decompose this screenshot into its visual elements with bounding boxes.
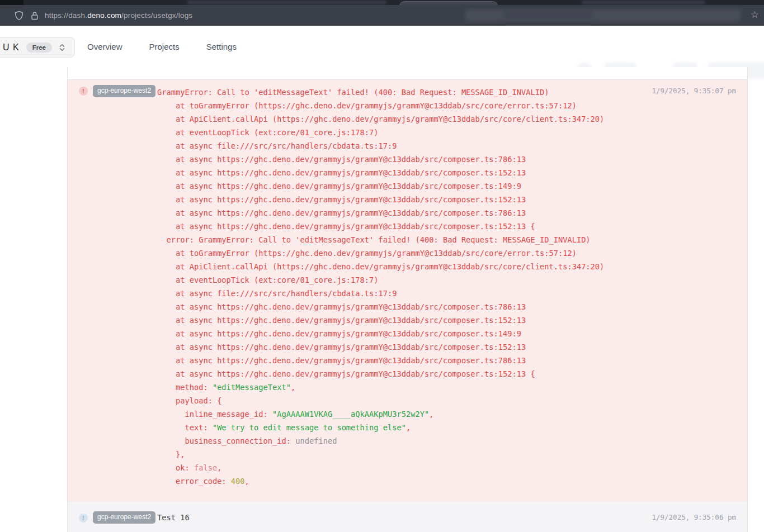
log-timestamp: 1/9/2025, 9:35:07 pm [652, 87, 736, 95]
redacted-tab-title [582, 1, 705, 4]
browser-tab-strip [0, 0, 764, 5]
region-badge: gcp-europe-west2 [93, 85, 155, 97]
nav-item-settings[interactable]: Settings [206, 42, 237, 51]
region-badge: gcp-europe-west2 [93, 511, 155, 524]
bookmark-star-icon[interactable]: ☆ [751, 9, 759, 21]
error-exclamation-icon: ! [79, 87, 88, 96]
org-selector[interactable]: U K Free [0, 37, 75, 58]
browser-active-tab[interactable] [399, 1, 498, 5]
chevron-updown-icon [59, 44, 65, 51]
log-row-partial [68, 67, 747, 80]
plan-badge: Free [26, 42, 52, 53]
redacted-url-query [503, 11, 593, 20]
lock-icon[interactable] [30, 11, 39, 20]
org-name: U K [3, 42, 20, 53]
nav-item-overview[interactable]: Overview [87, 42, 122, 51]
tab-strip-corner [0, 0, 23, 5]
error-stack-trace: GrammyError: Call to 'editMessageText' f… [157, 86, 647, 488]
log-message: Test 16 [157, 511, 190, 524]
info-exclamation-icon: ! [79, 514, 88, 522]
tracking-protection-shield-icon[interactable] [14, 11, 24, 21]
logs-panel[interactable]: ! gcp-europe-west2 GrammyError: Call to … [67, 67, 748, 532]
log-timestamp: 1/9/2025, 9:35:06 pm [652, 513, 736, 521]
log-row-info: ! gcp-europe-west2 Test 16 1/9/2025, 9:3… [68, 501, 747, 532]
browser-chrome: https://dash.deno.com/projects/usetgx/lo… [0, 0, 764, 26]
log-row-error: ! gcp-europe-west2 GrammyError: Call to … [68, 80, 747, 501]
nav-item-projects[interactable]: Projects [149, 42, 180, 51]
browser-url-bar: https://dash.deno.com/projects/usetgx/lo… [0, 5, 764, 26]
main-nav: Overview Projects Settings [87, 26, 237, 67]
url-input[interactable]: https://dash.deno.com/projects/usetgx/lo… [45, 11, 192, 20]
redacted-tab-title [187, 1, 386, 4]
dashboard-header: U K Free Overview Projects Settings [0, 26, 764, 67]
